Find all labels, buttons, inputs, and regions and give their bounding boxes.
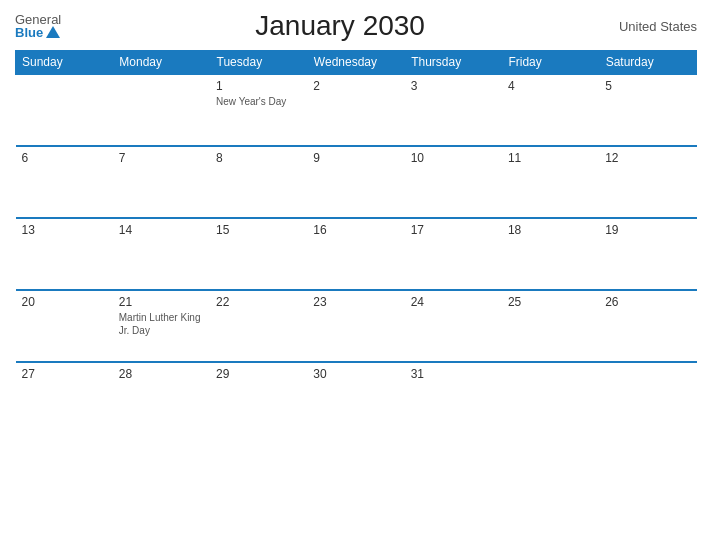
calendar-day-cell: 11 xyxy=(502,146,599,218)
day-number: 2 xyxy=(313,79,398,93)
calendar-day-cell: 1New Year's Day xyxy=(210,74,307,146)
day-number: 18 xyxy=(508,223,593,237)
day-number: 20 xyxy=(22,295,107,309)
day-number: 23 xyxy=(313,295,398,309)
calendar-day-cell: 31 xyxy=(405,362,502,430)
calendar-day-cell: 27 xyxy=(16,362,113,430)
day-number: 11 xyxy=(508,151,593,165)
day-number: 13 xyxy=(22,223,107,237)
calendar-day-cell: 13 xyxy=(16,218,113,290)
calendar-week-row: 1New Year's Day2345 xyxy=(16,74,697,146)
calendar-day-cell: 10 xyxy=(405,146,502,218)
header-sunday: Sunday xyxy=(16,51,113,75)
calendar-day-cell: 22 xyxy=(210,290,307,362)
calendar-day-cell: 28 xyxy=(113,362,210,430)
day-number: 1 xyxy=(216,79,301,93)
calendar-day-cell xyxy=(599,362,696,430)
days-header-row: Sunday Monday Tuesday Wednesday Thursday… xyxy=(16,51,697,75)
day-number: 26 xyxy=(605,295,690,309)
calendar-week-row: 2021Martin Luther King Jr. Day2223242526 xyxy=(16,290,697,362)
logo-blue-text: Blue xyxy=(15,26,60,39)
day-number: 7 xyxy=(119,151,204,165)
header-saturday: Saturday xyxy=(599,51,696,75)
calendar-day-cell: 20 xyxy=(16,290,113,362)
day-number: 29 xyxy=(216,367,301,381)
calendar-day-cell: 19 xyxy=(599,218,696,290)
calendar-day-cell: 18 xyxy=(502,218,599,290)
calendar-week-row: 2728293031 xyxy=(16,362,697,430)
logo-triangle-icon xyxy=(46,26,60,38)
calendar-header: General Blue January 2030 United States xyxy=(15,10,697,42)
calendar-day-cell: 26 xyxy=(599,290,696,362)
day-number: 9 xyxy=(313,151,398,165)
holiday-text: New Year's Day xyxy=(216,95,301,108)
header-tuesday: Tuesday xyxy=(210,51,307,75)
calendar-day-cell: 12 xyxy=(599,146,696,218)
logo: General Blue xyxy=(15,13,61,39)
day-number: 19 xyxy=(605,223,690,237)
calendar-day-cell: 8 xyxy=(210,146,307,218)
calendar-day-cell: 2 xyxy=(307,74,404,146)
day-number: 16 xyxy=(313,223,398,237)
day-number: 31 xyxy=(411,367,496,381)
day-number: 14 xyxy=(119,223,204,237)
calendar-day-cell: 4 xyxy=(502,74,599,146)
calendar-day-cell: 21Martin Luther King Jr. Day xyxy=(113,290,210,362)
calendar-title: January 2030 xyxy=(255,10,425,42)
day-number: 25 xyxy=(508,295,593,309)
calendar-day-cell xyxy=(16,74,113,146)
calendar-day-cell: 29 xyxy=(210,362,307,430)
calendar-day-cell: 16 xyxy=(307,218,404,290)
calendar-day-cell: 15 xyxy=(210,218,307,290)
day-number: 24 xyxy=(411,295,496,309)
calendar-day-cell: 23 xyxy=(307,290,404,362)
day-number: 6 xyxy=(22,151,107,165)
header-wednesday: Wednesday xyxy=(307,51,404,75)
calendar-day-cell xyxy=(113,74,210,146)
calendar-day-cell: 6 xyxy=(16,146,113,218)
calendar-week-row: 13141516171819 xyxy=(16,218,697,290)
day-number: 12 xyxy=(605,151,690,165)
holiday-text: Martin Luther King Jr. Day xyxy=(119,311,204,337)
day-number: 28 xyxy=(119,367,204,381)
day-number: 3 xyxy=(411,79,496,93)
day-number: 8 xyxy=(216,151,301,165)
day-number: 22 xyxy=(216,295,301,309)
calendar-table: Sunday Monday Tuesday Wednesday Thursday… xyxy=(15,50,697,430)
calendar-day-cell: 24 xyxy=(405,290,502,362)
calendar-day-cell: 14 xyxy=(113,218,210,290)
calendar-day-cell: 17 xyxy=(405,218,502,290)
country-label: United States xyxy=(619,19,697,34)
header-friday: Friday xyxy=(502,51,599,75)
calendar-day-cell: 5 xyxy=(599,74,696,146)
day-number: 17 xyxy=(411,223,496,237)
day-number: 10 xyxy=(411,151,496,165)
day-number: 5 xyxy=(605,79,690,93)
calendar-day-cell: 25 xyxy=(502,290,599,362)
calendar-day-cell: 9 xyxy=(307,146,404,218)
calendar-day-cell: 30 xyxy=(307,362,404,430)
header-monday: Monday xyxy=(113,51,210,75)
day-number: 21 xyxy=(119,295,204,309)
day-number: 30 xyxy=(313,367,398,381)
day-number: 27 xyxy=(22,367,107,381)
calendar-day-cell xyxy=(502,362,599,430)
calendar-day-cell: 7 xyxy=(113,146,210,218)
calendar-day-cell: 3 xyxy=(405,74,502,146)
calendar-week-row: 6789101112 xyxy=(16,146,697,218)
day-number: 4 xyxy=(508,79,593,93)
day-number: 15 xyxy=(216,223,301,237)
header-thursday: Thursday xyxy=(405,51,502,75)
calendar-container: General Blue January 2030 United States … xyxy=(0,0,712,550)
